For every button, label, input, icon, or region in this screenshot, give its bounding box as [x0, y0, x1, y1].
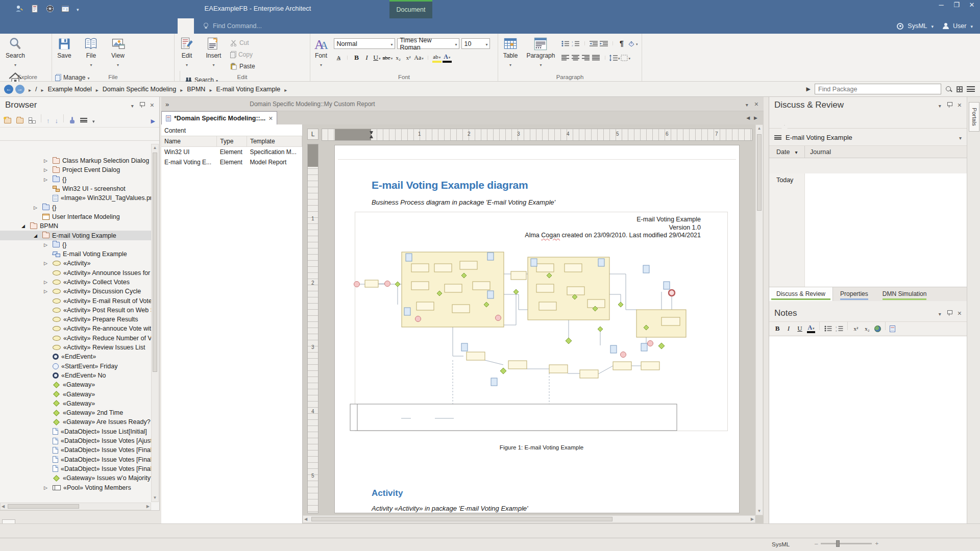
- tree-item[interactable]: Class Markup Selection Dialog: [0, 156, 151, 165]
- tree-item[interactable]: BPMN: [0, 221, 151, 231]
- tree-expander-icon[interactable]: [44, 289, 53, 294]
- context-tab-document[interactable]: Document: [389, 0, 432, 18]
- status-perspective[interactable]: SysML: [772, 541, 790, 547]
- ribbon-tab[interactable]: [80, 18, 96, 34]
- justify-icon[interactable]: [592, 53, 601, 63]
- forward-button[interactable]: [15, 85, 24, 94]
- tree-item[interactable]: «Activity» Post Result on Web Si: [0, 306, 151, 315]
- bullet-list-icon[interactable]: [561, 38, 570, 48]
- panel-close-icon[interactable]: [150, 100, 154, 110]
- perspective-selector[interactable]: SysML: [908, 22, 927, 30]
- tree-item[interactable]: «Pool» Voting Members: [0, 483, 151, 492]
- close-button[interactable]: [967, 1, 977, 9]
- view-button[interactable]: View: [106, 34, 130, 68]
- tree-item[interactable]: «Gateway» Issues w'o Majority?: [0, 473, 151, 483]
- document-vertical-scrollbar[interactable]: ▲ ▼: [755, 124, 763, 515]
- ribbon-tab[interactable]: [63, 18, 80, 34]
- tree-item[interactable]: «Activity» Collect Votes: [0, 278, 151, 287]
- tree-item[interactable]: «Gateway» Are Issues Ready?: [0, 417, 151, 427]
- italic-button[interactable]: [785, 324, 793, 333]
- align-right-icon[interactable]: [581, 53, 591, 63]
- hamburger-menu-icon[interactable]: [80, 118, 87, 122]
- copy-button[interactable]: Copy: [230, 50, 255, 59]
- ribbon-tab[interactable]: [96, 18, 112, 34]
- tree-item[interactable]: «Activity» Prepare Results: [0, 315, 151, 324]
- borders-icon[interactable]: [621, 53, 630, 63]
- ribbon-tab[interactable]: [161, 18, 178, 34]
- tree-item[interactable]: Win32 UI - screenshot: [0, 184, 151, 193]
- pin-icon[interactable]: [947, 102, 951, 108]
- bullet-list-icon[interactable]: [824, 324, 832, 333]
- superscript-button[interactable]: [852, 324, 860, 333]
- tree-item[interactable]: E-mail Voting Example: [0, 231, 151, 240]
- italic-button[interactable]: [362, 53, 371, 63]
- panel-tab[interactable]: DMN Simulation: [875, 287, 934, 301]
- change-case-button[interactable]: [414, 53, 424, 63]
- tree-item[interactable]: Project Event Dialog: [0, 165, 151, 174]
- journal-entry-area[interactable]: [805, 173, 967, 287]
- highlight-color-button[interactable]: [432, 53, 442, 63]
- panel-dropdown-icon[interactable]: [939, 308, 941, 318]
- tile-icon[interactable]: [957, 86, 963, 92]
- column-header[interactable]: Name: [161, 136, 217, 147]
- date-column-header[interactable]: Date: [769, 146, 805, 158]
- decrease-indent-icon[interactable]: [589, 38, 598, 48]
- tree-item[interactable]: «StartEvent» Friday: [0, 362, 151, 371]
- ribbon-tab[interactable]: [31, 18, 47, 34]
- align-center-icon[interactable]: [571, 53, 580, 63]
- ribbon-tab[interactable]: [112, 18, 129, 34]
- tree-item[interactable]: «DataObject» Issue Votes [Final: [0, 445, 151, 455]
- tree-expander-icon[interactable]: [21, 223, 30, 229]
- window-icon[interactable]: [61, 5, 69, 13]
- column-header[interactable]: Type: [217, 136, 247, 147]
- panel-close-icon[interactable]: [958, 308, 962, 318]
- breadcrumb-item[interactable]: Example Model: [48, 86, 92, 93]
- underline-button[interactable]: [372, 53, 381, 63]
- tab-scroll-left-icon[interactable]: [746, 115, 750, 120]
- folder-icon[interactable]: [16, 118, 23, 123]
- bold-button[interactable]: [773, 324, 781, 333]
- panel-dropdown-icon[interactable]: [939, 100, 941, 110]
- table-button[interactable]: Table: [498, 34, 523, 68]
- window-controls[interactable]: [936, 1, 977, 9]
- tab-close-icon[interactable]: [268, 114, 273, 122]
- document-tab[interactable]: *Domain Specific Modeling::...: [161, 111, 277, 124]
- journal-date-cell[interactable]: Today: [769, 173, 805, 287]
- window-dropdown-icon[interactable]: [746, 99, 748, 109]
- breadcrumb-item[interactable]: BPMN: [187, 86, 205, 93]
- expand-icon[interactable]: ▶: [806, 86, 811, 92]
- window-close-icon[interactable]: [754, 99, 758, 109]
- tree-item[interactable]: {}: [0, 203, 151, 212]
- back-button[interactable]: [4, 85, 13, 94]
- minimize-button[interactable]: [936, 1, 946, 9]
- document-editor[interactable]: L 1234567 12345 E-mail Voting Example di…: [303, 124, 764, 523]
- tree-expander-icon[interactable]: [44, 167, 53, 172]
- tree-expander-icon[interactable]: [44, 177, 53, 182]
- notes-editor[interactable]: [769, 337, 967, 523]
- document-page[interactable]: E-mail Voting Example diagram Business P…: [334, 145, 740, 513]
- search-icon[interactable]: [945, 86, 952, 93]
- chevron-down-icon[interactable]: [932, 22, 934, 30]
- document-horizontal-scrollbar[interactable]: ◀ ▶: [303, 515, 755, 523]
- style-select[interactable]: Normal: [334, 38, 395, 49]
- tree-item[interactable]: {}: [0, 240, 151, 249]
- underline-button[interactable]: [796, 324, 804, 333]
- menu-icon[interactable]: [967, 86, 975, 92]
- tree-expander-icon[interactable]: [34, 205, 42, 210]
- edit-button[interactable]: Edit: [175, 34, 199, 68]
- zoom-out-icon[interactable]: –: [815, 540, 818, 546]
- zoom-slider[interactable]: – +: [815, 540, 878, 546]
- font-name-select[interactable]: Times New Roman: [397, 38, 459, 49]
- ribbon-tab[interactable]: [14, 18, 31, 34]
- ribbon-tab[interactable]: [178, 18, 194, 34]
- chevron-down-icon[interactable]: [959, 134, 962, 141]
- tree-item[interactable]: «Image» Win32UI_TagValues.pn: [0, 193, 151, 203]
- font-color-button[interactable]: [443, 53, 452, 63]
- insert-button[interactable]: Insert: [201, 34, 226, 68]
- table-row[interactable]: E-mail Voting E...ElementModel Report: [161, 157, 302, 167]
- bold-button[interactable]: [352, 53, 361, 63]
- ribbon-tab[interactable]: [145, 18, 161, 34]
- portals-vertical-tab[interactable]: Portals: [969, 102, 979, 132]
- tree-item[interactable]: User Interface Modeling: [0, 212, 151, 221]
- find-command[interactable]: Find Command...: [203, 18, 262, 34]
